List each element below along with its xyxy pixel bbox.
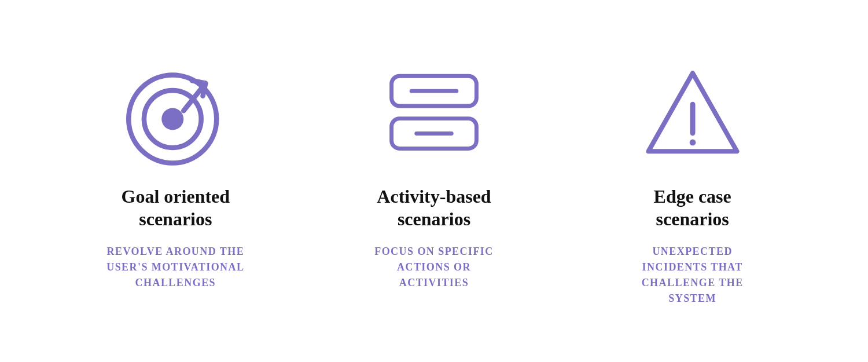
activity-based-title: Activity-based scenarios (377, 185, 491, 230)
goal-oriented-subtitle: REVOLVE AROUND THEUSER'S MOTIVATIONALCHA… (106, 244, 244, 291)
activity-icon (376, 56, 492, 171)
card-goal-oriented: Goal oriented scenarios REVOLVE AROUND T… (65, 56, 285, 291)
target-icon (117, 56, 233, 171)
goal-oriented-title: Goal oriented scenarios (122, 185, 230, 230)
svg-point-9 (689, 140, 696, 146)
warning-icon (635, 56, 751, 171)
activity-based-subtitle: FOCUS ON SPECIFICACTIONS ORACTIVITIES (374, 244, 494, 291)
card-activity-based: Activity-based scenarios FOCUS ON SPECIF… (324, 56, 544, 291)
edge-case-subtitle: UNEXPECTEDINCIDENTS THATCHALLENGE THESYS… (642, 244, 744, 306)
svg-point-2 (162, 108, 184, 130)
card-edge-case: Edge case scenarios UNEXPECTEDINCIDENTS … (583, 56, 803, 306)
edge-case-title: Edge case scenarios (654, 185, 731, 230)
main-container: Goal oriented scenarios REVOLVE AROUND T… (0, 32, 868, 330)
